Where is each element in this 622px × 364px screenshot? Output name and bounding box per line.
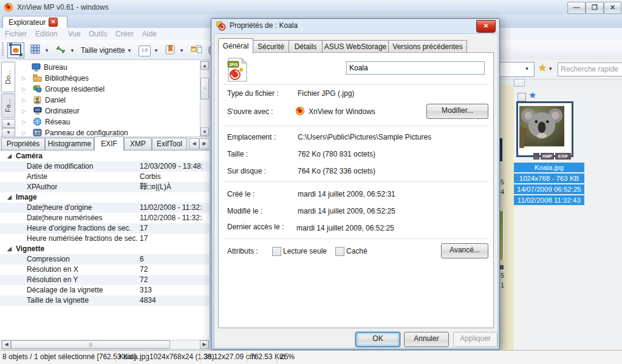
menu-aide[interactable]: Aide	[142, 30, 157, 38]
menu-fichier[interactable]: Fichier	[5, 30, 27, 38]
restore-button[interactable]: ❐	[586, 2, 604, 14]
thumbnail-filename[interactable]: Koala.jpg	[514, 163, 584, 172]
tree-scroll-up-icon[interactable]: ▲	[200, 61, 209, 70]
expand-icon[interactable]: ▷	[22, 73, 26, 84]
thumbnail-size-label[interactable]: Taille vignette	[81, 46, 125, 55]
tree-item-groupe-residentiel[interactable]: ▷ Groupe résidentiel	[16, 84, 198, 95]
thumbnail-date2[interactable]: 11/02/2008 11:32:43	[514, 195, 584, 205]
exif-scrollbar-thumb[interactable]: |||	[11, 340, 170, 349]
grid-view-button[interactable]	[28, 44, 43, 57]
exif-row[interactable]: Résolution en X 72	[0, 265, 210, 275]
tab-exiftool[interactable]: ExifTool	[152, 138, 187, 150]
exif-row[interactable]: Décalage de la vignette 313	[0, 285, 210, 295]
expand-icon[interactable]: ▷	[22, 106, 26, 116]
side-tab-dossiers[interactable]: Do...	[1, 62, 15, 92]
exif-row[interactable]: Date de modification 12/03/2009 - 13:48:…	[0, 161, 210, 172]
expand-icon[interactable]: ▷	[22, 84, 26, 95]
bookmarks-button[interactable]	[163, 44, 177, 57]
dialog-tab-asus-webstorage[interactable]: ASUS WebStorage	[322, 40, 389, 53]
browser-fullscreen-button[interactable]	[7, 42, 24, 58]
exif-row[interactable]: XPAuthor 鞟□¤|(L)À	[0, 182, 210, 192]
exif-row[interactable]: Taille de la vignette 4834	[0, 295, 210, 306]
tab-proprietes[interactable]: Propriétés	[1, 138, 45, 150]
exif-scroll-right-icon[interactable]: ▶	[200, 340, 209, 349]
minimize-button[interactable]: —	[567, 2, 586, 14]
side-tab-scroll-up-icon[interactable]: ▲	[2, 119, 15, 128]
rating-filter-dropdown[interactable]: ▾	[549, 63, 556, 75]
tab-xmp[interactable]: XMP	[124, 138, 152, 150]
copy-path-button[interactable]	[188, 44, 204, 57]
browser-scrollbar-thumb[interactable]	[514, 79, 525, 87]
exif-group-vignette[interactable]: ◢ Vignette	[0, 244, 210, 254]
tree-scrollbar-thumb[interactable]: ≡	[200, 78, 209, 99]
exif-row[interactable]: Date¦heure numérisées 11/02/2008 - 11:32…	[0, 213, 210, 223]
collapse-icon[interactable]: ◢	[7, 244, 12, 254]
exif-value: 17	[140, 234, 202, 244]
tree-item-daniel[interactable]: ▷ Daniel	[16, 95, 198, 106]
toolbar-grip[interactable]	[2, 42, 4, 57]
exif-row[interactable]: Heure d'origine fractions de sec. 17	[0, 223, 210, 234]
tab-scroll-left-icon[interactable]: ◀	[189, 138, 199, 149]
filter-combobox-arrow-icon[interactable]: ▾	[522, 63, 531, 75]
tree-item-label: Bureau	[44, 62, 67, 73]
collapse-icon[interactable]: ◢	[7, 192, 12, 203]
exif-group-camera[interactable]: ◢ Caméra	[0, 151, 210, 161]
tree-scroll-down-icon[interactable]: ▼	[200, 127, 209, 136]
tab-close-icon[interactable]: ✕	[49, 18, 58, 27]
thumbnail-size-dropdown[interactable]: ▾	[125, 44, 134, 57]
ok-button[interactable]: OK	[355, 332, 400, 347]
thumbnail-image-frame[interactable]	[516, 101, 573, 157]
tab-histogramme[interactable]: Histogramme	[45, 138, 94, 150]
exif-scroll-left-icon[interactable]: ◀	[2, 340, 11, 349]
exif-row[interactable]: Date¦heure d'origine 11/02/2008 - 11:32:…	[0, 203, 210, 213]
sort-dropdown[interactable]: ▾	[68, 44, 77, 57]
status-separator	[115, 351, 116, 363]
tree-item-ordinateur[interactable]: ▷ Ordinateur	[16, 106, 198, 116]
page-range-button[interactable]: 1-5	[137, 44, 152, 57]
menu-outils[interactable]: Outils	[89, 30, 108, 38]
tree-item-bibliotheques[interactable]: ▷ Bibliothèques	[16, 73, 198, 84]
exif-row[interactable]: Compression 6	[0, 254, 210, 265]
close-button[interactable]: ✕	[604, 2, 621, 14]
thumbnail-date1[interactable]: 14/07/2009 06:52:25	[514, 184, 584, 194]
thumbnail-checkbox[interactable]	[518, 93, 526, 101]
cancel-button[interactable]: Annuler	[404, 332, 449, 347]
expand-icon[interactable]: ▷	[22, 127, 26, 137]
expand-icon[interactable]: ▷	[22, 95, 26, 106]
grid-view-dropdown[interactable]: ▾	[43, 44, 51, 57]
menu-vue[interactable]: Vue	[68, 30, 81, 38]
readonly-checkbox[interactable]	[272, 247, 281, 256]
dialog-tab-general[interactable]: Général	[218, 38, 253, 53]
expand-icon[interactable]: ▷	[22, 116, 26, 127]
dialog-tab-versions-precedentes[interactable]: Versions précédentes	[388, 40, 467, 53]
thumbnail-dimensions[interactable]: 1024x768 - 763 KB	[514, 174, 584, 183]
exif-row[interactable]: Artiste Corbis	[0, 172, 210, 182]
advanced-button[interactable]: Avancé...	[441, 243, 488, 258]
side-tab-favoris[interactable]: Fa...	[1, 93, 15, 118]
tab-exif[interactable]: EXIF	[94, 136, 124, 150]
tab-scroll-right-icon[interactable]: ▶	[199, 138, 210, 149]
modify-button[interactable]: Modifier...	[426, 104, 488, 119]
page-range-dropdown[interactable]: ▾	[152, 44, 160, 57]
exif-group-image[interactable]: ◢ Image	[0, 192, 210, 203]
rating-filter-star-icon[interactable]: ★	[536, 62, 549, 74]
dialog-tab-details[interactable]: Détails	[289, 40, 323, 53]
side-tab-scroll-down-icon[interactable]: ▼	[2, 128, 15, 137]
dialog-tab-securite[interactable]: Sécurité	[253, 40, 289, 53]
exif-row[interactable]: Heure numérisée fractions de sec. 17	[0, 234, 210, 244]
menu-creer[interactable]: Créer	[115, 30, 134, 38]
bookmarks-dropdown[interactable]: ▾	[177, 44, 186, 57]
sort-button[interactable]	[53, 44, 68, 57]
apply-button[interactable]: Appliquer	[453, 332, 497, 347]
dialog-close-button[interactable]: ✕	[476, 20, 496, 33]
thumbnail-rating-star-icon[interactable]: ★	[528, 90, 538, 100]
tree-item-bureau[interactable]: Bureau	[16, 62, 198, 73]
exif-row[interactable]: Résolution en Y 72	[0, 275, 210, 285]
tree-item-reseau[interactable]: ▷ Réseau	[16, 116, 198, 127]
quick-search-input[interactable]: Recherche rapide	[558, 62, 622, 76]
collapse-icon[interactable]: ◢	[7, 151, 12, 161]
file-name-input[interactable]	[346, 61, 485, 75]
tree-item-panneau-configuration[interactable]: ▷ Panneau de configuration	[16, 127, 198, 137]
hidden-checkbox[interactable]	[335, 247, 344, 256]
menu-edition[interactable]: Edition	[35, 30, 58, 38]
